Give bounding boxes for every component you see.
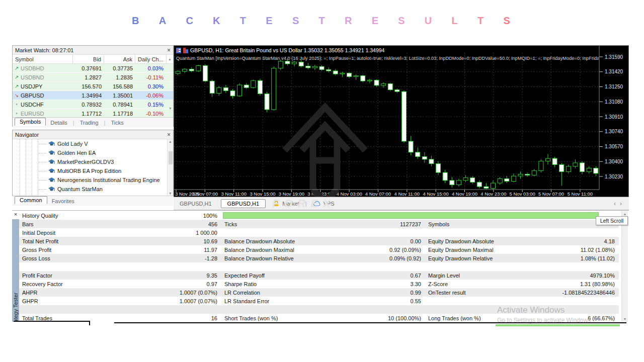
- results-cell-group: Expected Payoff0.67: [221, 271, 425, 280]
- navigator-item-multiorb-ea-prop-edition[interactable]: MultiORB EA Prop Edition: [13, 166, 173, 175]
- candle: [422, 157, 427, 159]
- column-header-daily-change[interactable]: Daily Ch...: [135, 55, 167, 63]
- candle: [580, 163, 585, 172]
- metric-label: GHPR: [19, 298, 38, 304]
- tab-ticks[interactable]: Ticks: [106, 119, 128, 126]
- flat-dot-icon: •: [13, 111, 21, 116]
- title-letter: T: [318, 15, 325, 27]
- metric-value: 456: [208, 221, 221, 227]
- price-axis-label: 1.30570: [605, 144, 623, 149]
- close-icon[interactable]: ×: [167, 48, 171, 53]
- column-header-symbol[interactable]: Symbol: [13, 55, 73, 63]
- results-cell-group: Symbols: [425, 220, 619, 228]
- navigator-item-remstone[interactable]: Remstone: [13, 194, 173, 196]
- chart-tab-1[interactable]: GBPUSD,H1: [221, 199, 266, 208]
- column-header-bid[interactable]: Bid: [73, 55, 104, 63]
- gbpusd-h1-chart[interactable]: 1.315901.314201.312501.310801.309101.307…: [174, 46, 628, 197]
- symbol-name: GBPUSD: [21, 93, 73, 99]
- chart-tab-0[interactable]: GBPUSD,H1: [174, 199, 218, 208]
- title-letter: K: [213, 15, 220, 27]
- metric-label: Sharpe Ratio: [221, 281, 257, 287]
- navigator-scrollbar[interactable]: ▲ ▼: [167, 139, 173, 196]
- metric-label: Total Trades: [19, 315, 52, 321]
- navigator-item-quantum-starman[interactable]: Quantum StarMan: [13, 185, 173, 194]
- bid-value: 156.570: [73, 83, 104, 89]
- navigator-item-golden-hen-ea[interactable]: Golden Hen EA: [13, 148, 173, 157]
- expert-advisor-name: Remstone: [57, 195, 83, 196]
- metric-value: 10.69: [203, 238, 221, 244]
- metric-value: 0.92 (0.09%): [389, 247, 425, 253]
- results-row: Recovery Factor0.97Sharpe Ratio3.30Z-Sco…: [19, 280, 619, 288]
- navigator-item-gold-lady-v[interactable]: Gold Lady V: [13, 139, 173, 148]
- metric-value: 10 (100.00%): [388, 315, 425, 321]
- candle: [381, 83, 386, 85]
- tab-trading[interactable]: Trading: [75, 119, 103, 126]
- ask-value: 156.588: [104, 83, 135, 89]
- scrollbar-thumb[interactable]: [169, 151, 173, 164]
- candle: [340, 73, 345, 74]
- metric-value: -1.081845223486446: [562, 290, 619, 296]
- chart-symbol-header: GBPUSD, H1: Great Britain Pound vs US Do…: [190, 47, 385, 53]
- expert-advisor-name: MultiORB EA Prop Edition: [57, 168, 121, 174]
- tab-details[interactable]: Details: [46, 119, 72, 126]
- results-cell-group: [425, 297, 619, 305]
- market-watch-row-usdjpy[interactable]: ↗USDJPY156.570156.5880.30%: [13, 82, 173, 91]
- candle: [203, 66, 207, 81]
- title-letter: E: [372, 15, 378, 27]
- bid-value: 1.17712: [73, 111, 104, 117]
- candle: [176, 71, 180, 73]
- chart-area[interactable]: 1.315901.314201.312501.310801.309101.307…: [174, 45, 629, 197]
- candle: [223, 87, 228, 90]
- results-cell-group: Margin Level4979.10%: [425, 271, 619, 280]
- tab-favorites[interactable]: Favorites: [47, 198, 79, 205]
- expert-advisor-name: MarketPeckerGOLDV3: [57, 159, 114, 165]
- scroll-up-icon[interactable]: ▲: [622, 212, 628, 216]
- navigator-item-marketpeckergoldv3[interactable]: MarketPeckerGOLDV3: [13, 157, 173, 166]
- candle: [244, 85, 249, 87]
- column-header-ask[interactable]: Ask: [104, 55, 135, 63]
- close-icon[interactable]: ×: [12, 211, 19, 219]
- market-watch-row-usdchf[interactable]: •USDCHF0.789320.789410.15%: [13, 100, 173, 109]
- title-letter: C: [186, 15, 193, 27]
- results-row: AHPR1.0007 (0.07%)LR Correlation0.99OnTe…: [19, 288, 619, 297]
- candle: [292, 62, 297, 64]
- scroll-down-icon[interactable]: ▼: [169, 107, 172, 110]
- expert-advisor-icon: [48, 177, 55, 183]
- time-axis-label: 4 Nov 23:00: [480, 191, 506, 197]
- metric-value: 0.67: [411, 273, 425, 279]
- strategy-tester-strip[interactable]: Strategy Tester: [12, 219, 19, 322]
- candle: [278, 61, 283, 68]
- candle: [498, 178, 502, 183]
- tab-scroll-arrows[interactable]: ‹›: [614, 200, 626, 207]
- title-letter: R: [345, 15, 352, 27]
- tab-common[interactable]: Common: [15, 196, 47, 204]
- scroll-up-icon[interactable]: ▲: [167, 55, 173, 63]
- bid-value: 0.78932: [73, 102, 104, 108]
- market-watch-row-gbpusd[interactable]: ↘GBPUSD1.349941.35001-0.06%: [13, 91, 173, 100]
- results-scrollbar[interactable]: ▲ ▼: [621, 211, 628, 322]
- divider: [14, 321, 90, 322]
- bid-value: 0.37691: [73, 65, 104, 71]
- close-icon[interactable]: ×: [167, 132, 171, 137]
- candle: [361, 76, 365, 81]
- navigator-item-neurogenesis-institutional-trading-engine[interactable]: Neurogenesis Institutional Trading Engin…: [13, 175, 173, 185]
- candle: [272, 68, 276, 110]
- results-cell-group: LR Correlation0.99: [221, 288, 425, 297]
- ask-value: 1.2835: [104, 74, 135, 80]
- scroll-down-icon[interactable]: ▼: [168, 192, 173, 195]
- metric-label: Ticks: [221, 221, 237, 227]
- candle: [265, 94, 269, 110]
- navigator-tabs: CommonFavorites: [13, 196, 173, 206]
- scroll-down-icon[interactable]: ▼: [622, 317, 628, 321]
- results-cell-group: [425, 262, 619, 271]
- market-watch-row-usdbhd[interactable]: ↗USDBHD0.376910.377350.03%: [13, 64, 173, 73]
- metric-label: Equity Drawdown Absolute: [425, 238, 494, 244]
- scroll-up-icon[interactable]: ▲: [168, 140, 173, 143]
- broker-watermark-text: FOREX: [272, 197, 336, 210]
- market-watch-row-eurusd[interactable]: •EURUSD1.177121.17718-0.10%: [13, 109, 173, 117]
- candle: [196, 66, 201, 71]
- market-watch-row-usdbnd[interactable]: ↗USDBND1.28271.2835-0.11%: [13, 73, 173, 82]
- title-letter: S: [398, 15, 405, 27]
- tab-symbols[interactable]: Symbols: [15, 118, 46, 126]
- candle: [230, 90, 235, 96]
